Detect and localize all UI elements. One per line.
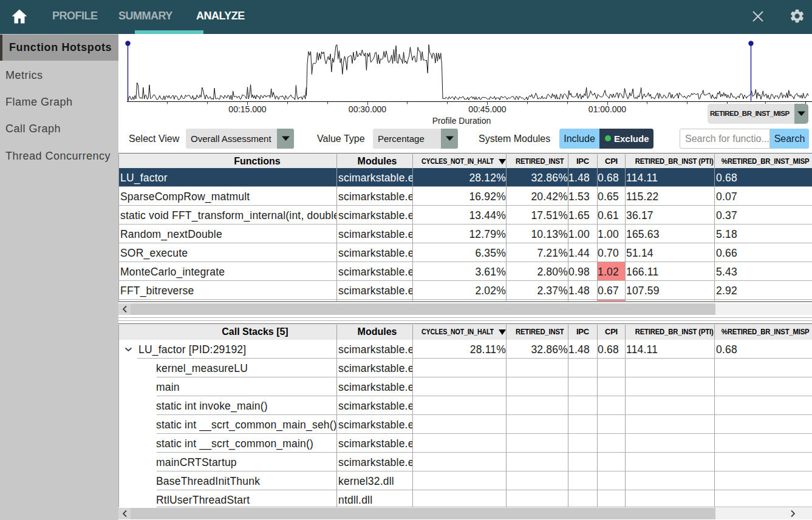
svg-text:Profile Duration: Profile Duration [432,116,491,126]
svg-text:01:00.000: 01:00.000 [589,104,626,114]
svg-text:00:45.000: 00:45.000 [468,104,506,114]
svg-text:00:30.000: 00:30.000 [349,104,386,114]
svg-text:00:15.000: 00:15.000 [228,104,266,114]
